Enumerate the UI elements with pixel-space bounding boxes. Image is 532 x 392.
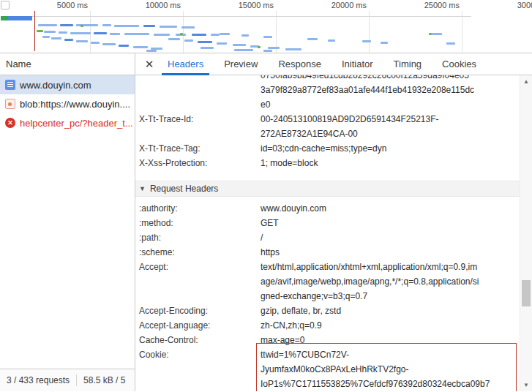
request-label: www.douyin.com xyxy=(20,80,91,91)
header-value: GET xyxy=(261,216,520,230)
header-value: id=03;cdn-cache=miss;type=dyn xyxy=(261,141,520,156)
header-value: text/html,application/xhtml+xml,applicat… xyxy=(261,260,520,304)
tab-response[interactable]: Response xyxy=(272,53,327,75)
header-row: Cache-Control:max-age=0 xyxy=(139,333,520,347)
waterfall-bar xyxy=(143,25,155,27)
tab-headers[interactable]: Headers xyxy=(162,53,209,75)
waterfall-bar xyxy=(285,48,301,50)
close-icon[interactable]: ✕ xyxy=(141,56,157,72)
timeline-tick-label: 15000 ms xyxy=(239,1,274,10)
waterfall-bar xyxy=(38,24,57,26)
waterfall-bar xyxy=(42,36,50,38)
scrollbar-thumb[interactable] xyxy=(522,280,531,306)
waterfall-bar xyxy=(102,24,111,26)
name-column-header[interactable]: Name xyxy=(0,53,135,75)
request-label: helpcenter_pc/?header_t... xyxy=(20,118,133,129)
header-name: Cookie: xyxy=(139,347,261,391)
waterfall-bar xyxy=(201,47,214,49)
waterfall-bar xyxy=(432,33,442,35)
waterfall-bar xyxy=(263,36,272,38)
header-value: 1; mode=block xyxy=(261,156,520,170)
header-row: X-Tt-Trace-Tag:id=03;cdn-cache=miss;type… xyxy=(139,141,520,156)
header-row: :scheme:https xyxy=(139,245,520,260)
request-label: blob:https://www.douyin.... xyxy=(20,99,130,110)
header-value: 00-240513100819AD9D2D6591434F25213F- 272… xyxy=(261,112,520,141)
requests-count: 3 / 433 requests xyxy=(0,375,76,385)
header-row: Cookie:ttwid=1%7CUBCn72V- JyumfaxM0koCx8… xyxy=(139,347,520,391)
waterfall-first-request-blue-bar xyxy=(8,16,32,20)
tab-cookies[interactable]: Cookies xyxy=(436,53,482,75)
waterfall-bar xyxy=(70,32,91,34)
header-name: :method: xyxy=(139,216,261,230)
waterfall-bar xyxy=(234,49,253,51)
header-name: Cache-Control: xyxy=(139,333,261,347)
waterfall-bar xyxy=(233,44,246,46)
header-name: X-Tt-Trace-Id: xyxy=(139,112,261,141)
waterfall-bar xyxy=(124,33,149,35)
waterfall-bar xyxy=(91,42,100,44)
waterfall-bar xyxy=(217,42,227,45)
header-name: X-Xss-Protection: xyxy=(139,156,261,170)
waterfall-bar xyxy=(114,25,139,27)
request-row[interactable]: ✕helpcenter_pc/?header_t... xyxy=(0,113,135,132)
overview-corner-box xyxy=(1,1,10,10)
waterfall-bar xyxy=(198,41,212,43)
scroll-down-icon[interactable]: ▼ xyxy=(520,379,532,391)
headers-content: 0750fab9bb49fed1cdb26292c26c00f12a59da9f… xyxy=(135,75,520,391)
waterfall-first-request-green-bar xyxy=(1,16,8,20)
waterfall-bar xyxy=(133,46,148,48)
details-tabs: HeadersPreviewResponseInitiatorTimingCoo… xyxy=(162,53,491,75)
timeline-gridline xyxy=(183,11,184,53)
headers-content-wrap: 0750fab9bb49fed1cdb26292c26c00f12a59da9f… xyxy=(135,75,532,391)
waterfall-bar xyxy=(381,42,388,44)
waterfall-bar xyxy=(307,38,318,40)
waterfall-bar xyxy=(119,45,129,47)
header-row: Accept-Language:zh-CN,zh;q=0.9 xyxy=(139,318,520,333)
waterfall-bar xyxy=(258,46,261,48)
waterfall-bar xyxy=(446,42,455,45)
network-overview-timeline[interactable]: 5000 ms10000 ms15000 ms20000 ms25000 ms3… xyxy=(0,0,532,53)
tab-timing[interactable]: Timing xyxy=(388,53,428,75)
waterfall-bar xyxy=(80,25,83,27)
waterfall-bar xyxy=(328,39,335,42)
waterfall-bar xyxy=(51,37,61,39)
waterfall-bar xyxy=(263,50,272,52)
header-row: 0750fab9bb49fed1cdb26292c26c00f12a59da9f… xyxy=(139,75,520,112)
vertical-scrollbar[interactable]: ▲ ▼ xyxy=(520,75,532,391)
cookie-highlight-annotation xyxy=(256,343,517,391)
waterfall-bar xyxy=(37,30,43,32)
requests-list-empty-area xyxy=(0,132,135,369)
requests-list: www.douyin.comblob:https://www.douyin...… xyxy=(0,75,135,132)
header-value: / xyxy=(261,230,520,245)
header-row: :method:GET xyxy=(139,216,520,230)
header-value: zh-CN,zh;q=0.9 xyxy=(261,318,520,333)
scroll-up-icon[interactable]: ▲ xyxy=(520,75,532,88)
header-value: max-age=0 xyxy=(261,333,520,347)
waterfall-bar xyxy=(211,34,220,36)
request-row[interactable]: blob:https://www.douyin.... xyxy=(0,94,135,113)
waterfall-bar xyxy=(220,33,230,35)
blob-icon xyxy=(5,99,15,109)
header-row: Accept:text/html,application/xhtml+xml,a… xyxy=(139,260,520,304)
waterfall-bar xyxy=(146,50,157,52)
timeline-gridline xyxy=(462,11,462,53)
header-name: X-Tt-Trace-Tag: xyxy=(139,141,261,156)
waterfall-bar xyxy=(110,33,120,35)
request-row[interactable]: www.douyin.com xyxy=(0,75,135,94)
request-details-panel: ✕ HeadersPreviewResponseInitiatorTimingC… xyxy=(135,53,532,391)
waterfall-bar xyxy=(192,34,206,36)
header-name: :scheme: xyxy=(139,245,261,260)
header-name xyxy=(139,75,261,112)
waterfall-bar xyxy=(160,26,177,28)
transferred-size: 58.5 kB / 5 xyxy=(77,375,132,385)
timeline-tick-label: 20000 ms xyxy=(331,1,367,10)
chevron-down-icon: ▼ xyxy=(139,185,146,192)
tab-preview[interactable]: Preview xyxy=(218,53,263,75)
header-value: gzip, deflate, br, zstd xyxy=(261,304,520,318)
waterfall-bar xyxy=(76,40,88,42)
header-value: https xyxy=(261,245,520,260)
requests-panel: Name www.douyin.comblob:https://www.douy… xyxy=(0,53,135,391)
timeline-gridline xyxy=(369,11,370,53)
tab-initiator[interactable]: Initiator xyxy=(336,53,379,75)
request-headers-section-header[interactable]: ▼Request Headers xyxy=(135,181,520,197)
